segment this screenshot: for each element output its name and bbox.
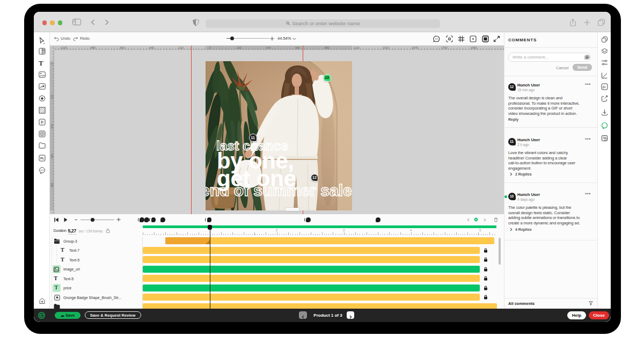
svg-text:fx: fx (603, 85, 606, 89)
svg-text:PL: PL (40, 157, 45, 160)
